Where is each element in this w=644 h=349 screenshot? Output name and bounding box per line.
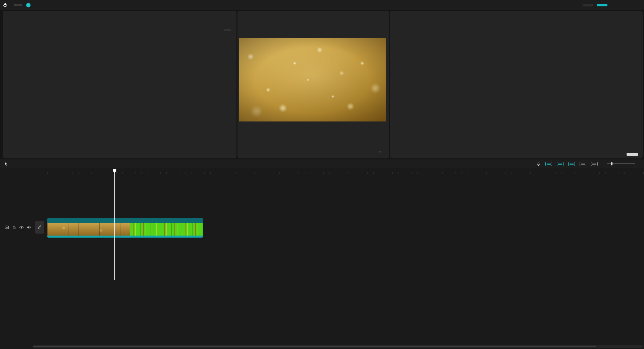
details-panel: [390, 11, 643, 158]
close-button[interactable]: [632, 1, 641, 9]
render-preview-toggle[interactable]: [591, 162, 598, 166]
microphone-icon: [536, 162, 541, 166]
track-options-icon[interactable]: [5, 225, 9, 230]
main-track-magnet-toggle[interactable]: [545, 162, 552, 166]
autosave-status: [26, 3, 33, 7]
player-panel: [237, 11, 389, 158]
mute-track-icon[interactable]: [27, 226, 31, 229]
filmstrip-gold-frames: [47, 223, 130, 236]
details-rows: [390, 22, 643, 26]
zoom-slider[interactable]: [607, 163, 635, 164]
topbar: [0, 0, 644, 10]
media-content: [40, 26, 236, 158]
media-body: [3, 26, 236, 158]
clip-header: [47, 218, 203, 223]
pencil-icon: [38, 225, 42, 229]
record-voiceover-button[interactable]: [536, 162, 541, 166]
clip-filmstrip: [47, 223, 203, 236]
clip-audio-bar: [47, 236, 203, 238]
player-header: [237, 11, 389, 22]
link-clips-toggle[interactable]: [568, 162, 575, 166]
timeline-tools-left: [4, 162, 51, 166]
video-preview[interactable]: [239, 38, 386, 121]
preview-text-reflection: [239, 88, 386, 94]
timeline: [0, 159, 644, 349]
auto-snap-toggle[interactable]: [557, 162, 564, 166]
video-clip[interactable]: [47, 218, 203, 238]
details-header: [390, 11, 643, 22]
timeline-scrollbar[interactable]: [33, 345, 643, 348]
capcut-logo-icon: [3, 3, 8, 8]
zoom-slider-handle[interactable]: [611, 162, 612, 165]
timeline-tools-right: [536, 162, 640, 166]
preview-axis-toggle[interactable]: [580, 162, 586, 166]
window-controls: [613, 1, 641, 9]
shortcut-button[interactable]: [583, 4, 593, 6]
maximize-button[interactable]: [623, 1, 632, 9]
check-icon: [26, 3, 31, 7]
player-controls: [237, 148, 389, 156]
preview-text: [239, 60, 386, 66]
toggle-visibility-icon[interactable]: [19, 226, 24, 229]
media-panel: [3, 11, 236, 158]
timeline-body: [0, 168, 644, 349]
capcut-app: [0, 0, 644, 349]
cover-button[interactable]: [35, 221, 44, 234]
lock-track-icon[interactable]: [12, 225, 16, 230]
select-tool[interactable]: [4, 162, 9, 166]
minimize-button[interactable]: [613, 1, 622, 9]
modify-button[interactable]: [627, 153, 638, 156]
library-sidebar: [3, 26, 40, 158]
filmstrip-greenscreen-frames: [130, 223, 203, 236]
cursor-icon: [4, 162, 8, 166]
player-right-controls: [374, 151, 385, 152]
ratio-button[interactable]: [378, 151, 381, 152]
topbar-right: [578, 1, 641, 9]
capcut-logo: [3, 3, 10, 8]
export-button[interactable]: [597, 4, 607, 6]
track-controls: [5, 225, 31, 230]
menu-button[interactable]: [14, 4, 22, 6]
media-tab-bar: [3, 11, 236, 26]
playhead[interactable]: [114, 169, 115, 280]
filter-button[interactable]: [224, 29, 231, 31]
timeline-scrollbar-thumb[interactable]: [33, 346, 596, 347]
time-ruler[interactable]: [47, 169, 644, 174]
timeline-toolbar: [0, 159, 644, 168]
